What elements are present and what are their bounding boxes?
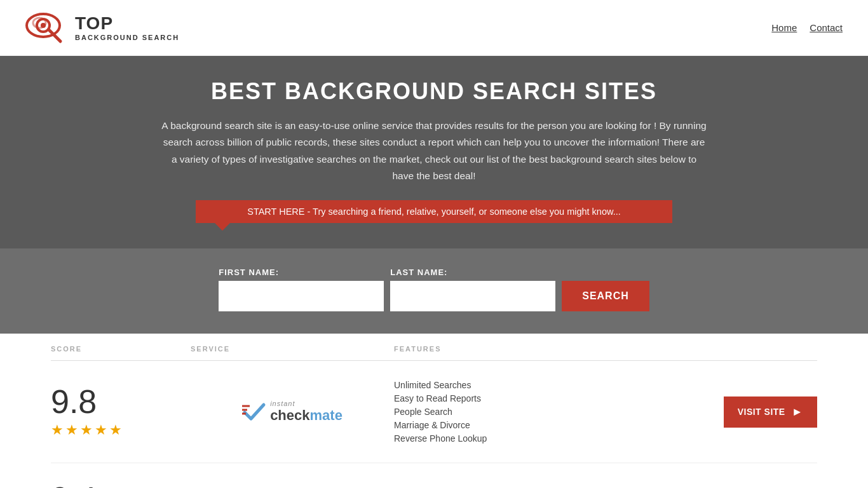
logo-bottom-text: BACKGROUND SEARCH [75, 34, 179, 41]
ic-text: instant checkmate [270, 400, 342, 424]
instant-checkmate-logo: instant checkmate [242, 400, 342, 424]
nav-home[interactable]: Home [771, 22, 797, 33]
search-banner: START HERE - Try searching a friend, rel… [196, 200, 672, 223]
search-button[interactable]: SEARCH [562, 281, 649, 311]
feature-1-4: Reverse Phone Lookup [394, 433, 715, 444]
score-col-2: 9.4 ★ ★ ★ ★ ★ [51, 482, 191, 488]
first-name-group: FIRST NAME: [219, 268, 384, 311]
hero-section: BEST BACKGROUND SEARCH SITES A backgroun… [0, 56, 868, 248]
hero-title: BEST BACKGROUND SEARCH SITES [13, 78, 855, 105]
main-nav: Home Contact [771, 22, 843, 33]
last-name-input[interactable] [390, 281, 555, 311]
column-headers: SCORE SERVICE FEATURES [51, 334, 817, 361]
features-header: FEATURES [394, 345, 817, 353]
feature-1-1: Easy to Read Reports [394, 393, 715, 403]
feature-1-3: Marriage & Divorce [394, 420, 715, 430]
star-4: ★ [95, 422, 107, 438]
feature-1-0: Unlimited Searches [394, 380, 715, 390]
star-1: ★ [51, 422, 64, 438]
score-number-1: 9.8 [51, 385, 191, 418]
first-name-label: FIRST NAME: [219, 268, 384, 277]
star-5: ★ [109, 422, 122, 438]
logo-area: TOP BACKGROUND SEARCH [25, 8, 179, 48]
score-col-1: 9.8 ★ ★ ★ ★ ★ [51, 385, 191, 438]
feature-1-2: People Search [394, 407, 715, 417]
logo-top-text: TOP [75, 14, 179, 34]
search-form-area: FIRST NAME: LAST NAME: SEARCH [0, 248, 868, 334]
result-row-1: 9.8 ★ ★ ★ ★ ★ [51, 361, 817, 463]
last-name-label: LAST NAME: [390, 268, 555, 277]
features-col-1: Unlimited Searches Easy to Read Reports … [394, 380, 715, 444]
header: TOP BACKGROUND SEARCH Home Contact [0, 0, 868, 56]
stars-1: ★ ★ ★ ★ ★ [51, 422, 191, 438]
hero-description: A background search site is an easy-to-u… [161, 118, 707, 184]
results-section: SCORE SERVICE FEATURES 9.8 ★ ★ ★ ★ ★ [0, 334, 868, 488]
score-number-2: 9.4 [51, 482, 191, 488]
arrow-icon-1: ► [792, 405, 803, 419]
last-name-group: LAST NAME: [390, 268, 555, 311]
score-header: SCORE [51, 345, 191, 353]
logo-icon [25, 8, 70, 48]
search-form: FIRST NAME: LAST NAME: SEARCH [148, 268, 720, 311]
star-3: ★ [80, 422, 93, 438]
visit-site-label-1: VISIT SITE [738, 407, 785, 417]
first-name-input[interactable] [219, 281, 384, 311]
ic-checkmark-icon [242, 400, 266, 424]
logo-text: TOP BACKGROUND SEARCH [75, 14, 179, 41]
result-row-2: 9.4 ★ ★ ★ ★ ★ PeopleLooker Accurate and … [51, 463, 817, 488]
nav-contact[interactable]: Contact [810, 22, 843, 33]
star-2: ★ [65, 422, 78, 438]
service-col-1: instant checkmate [191, 400, 394, 424]
visit-col-1: VISIT SITE ► [715, 396, 817, 428]
service-header: SERVICE [191, 345, 394, 353]
visit-site-button-1[interactable]: VISIT SITE ► [724, 396, 817, 428]
